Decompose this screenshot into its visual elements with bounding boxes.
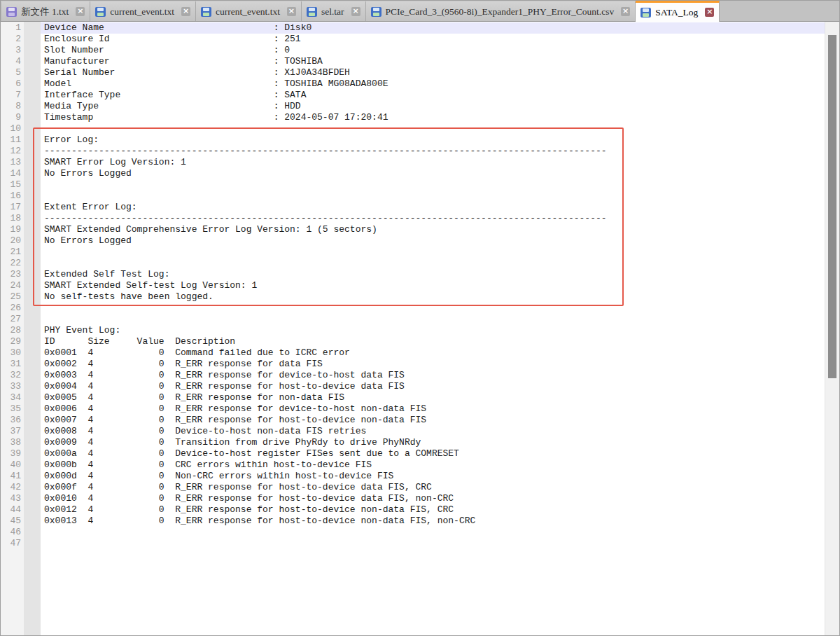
code-line: 0x0006 4 0 R_ERR response for device-to-… xyxy=(41,403,839,415)
line-number: 19 xyxy=(1,224,21,235)
code-line: No Errors Logged xyxy=(41,168,839,179)
line-number: 2 xyxy=(1,34,21,45)
close-icon[interactable]: × xyxy=(287,7,296,16)
line-number: 29 xyxy=(1,336,21,347)
scrollbar-thumb[interactable] xyxy=(828,35,836,378)
line-number: 47 xyxy=(1,538,21,549)
line-number: 35 xyxy=(1,403,21,415)
editor-pane: 1234567891011121314151617181920212223242… xyxy=(1,22,839,635)
code-line: 0x0002 4 0 R_ERR response for data FIS xyxy=(41,359,839,370)
line-number: 44 xyxy=(1,504,21,516)
code-line: Model : TOSHIBA MG08ADA800E xyxy=(41,78,839,90)
saved-file-icon xyxy=(371,7,382,17)
line-number: 13 xyxy=(1,157,21,168)
line-number: 38 xyxy=(1,437,21,448)
tab-label: PCIe_Card_3_(9560-8i)_Expander1_PHY_Erro… xyxy=(386,6,615,18)
line-number: 22 xyxy=(1,258,21,269)
bookmark-margin[interactable] xyxy=(24,22,41,635)
code-line: 0x0008 4 0 Device-to-host non-data FIS r… xyxy=(41,426,839,437)
saved-file-icon xyxy=(640,8,651,18)
code-line: 0x0005 4 0 R_ERR response for non-data F… xyxy=(41,392,839,403)
tab-label: current_event.txt xyxy=(216,6,280,18)
tab-label: sel.tar xyxy=(321,6,344,18)
saved-file-icon xyxy=(201,7,211,17)
code-line: Extended Self Test Log: xyxy=(41,269,839,280)
line-number: 5 xyxy=(1,67,21,78)
code-line: Enclosure Id : 251 xyxy=(41,34,839,45)
line-number: 12 xyxy=(1,146,21,157)
tab-bar: 新文件 1.txt × current_event.txt × current_… xyxy=(1,1,839,22)
code-line: 0x0004 4 0 R_ERR response for host-to-de… xyxy=(41,381,839,392)
code-line: 0x0001 4 0 Command failed due to ICRC er… xyxy=(41,347,839,359)
code-line: No Errors Logged xyxy=(41,235,839,247)
code-line: 0x0009 4 0 Transition from drive PhyRdy … xyxy=(41,437,839,448)
code-line: Manufacturer : TOSHIBA xyxy=(41,56,839,67)
code-line: 0x0003 4 0 R_ERR response for device-to-… xyxy=(41,370,839,381)
tab-current-event-1[interactable]: current_event.txt × xyxy=(90,1,196,21)
line-number-gutter[interactable]: 1234567891011121314151617181920212223242… xyxy=(1,22,24,635)
code-line: Interface Type : SATA xyxy=(41,90,839,101)
code-line xyxy=(41,123,839,134)
modified-file-icon xyxy=(6,7,17,17)
line-number: 15 xyxy=(1,179,21,191)
close-icon[interactable]: × xyxy=(181,7,190,16)
code-line: ID Size Value Description xyxy=(41,336,839,347)
line-number: 25 xyxy=(1,291,21,303)
close-icon[interactable]: × xyxy=(621,7,630,16)
tab-sata-log[interactable]: SATA_Log × xyxy=(636,1,720,22)
line-number: 34 xyxy=(1,392,21,403)
code-line: Extent Error Log: xyxy=(41,202,839,213)
tab-new-file-1[interactable]: 新文件 1.txt × xyxy=(1,1,90,21)
code-line: 0x000f 4 0 R_ERR response for host-to-de… xyxy=(41,482,839,493)
line-number: 21 xyxy=(1,247,21,258)
line-number: 41 xyxy=(1,471,21,482)
close-icon[interactable]: × xyxy=(351,7,360,16)
code-line: Timestamp : 2024-05-07 17:20:41 xyxy=(41,112,839,123)
line-number: 28 xyxy=(1,325,21,336)
line-number: 16 xyxy=(1,191,21,202)
code-line xyxy=(41,303,839,314)
code-line xyxy=(41,527,839,538)
code-line: SMART Error Log Version: 1 xyxy=(41,157,839,168)
vertical-scrollbar[interactable] xyxy=(825,22,839,635)
line-number: 9 xyxy=(1,112,21,123)
line-number: 39 xyxy=(1,448,21,459)
tab-label: current_event.txt xyxy=(110,6,174,18)
line-number: 6 xyxy=(1,78,21,90)
line-number: 7 xyxy=(1,90,21,101)
line-number: 31 xyxy=(1,359,21,370)
tab-label: SATA_Log xyxy=(655,7,698,18)
line-number: 26 xyxy=(1,303,21,314)
line-number: 4 xyxy=(1,56,21,67)
line-number: 40 xyxy=(1,459,21,471)
tab-label: 新文件 1.txt xyxy=(21,6,69,18)
code-line: No self-tests have been logged. xyxy=(41,291,839,303)
code-line: 0x0013 4 0 R_ERR response for host-to-de… xyxy=(41,516,839,527)
line-number: 37 xyxy=(1,426,21,437)
line-number: 45 xyxy=(1,516,21,527)
close-icon[interactable]: × xyxy=(705,8,714,17)
saved-file-icon xyxy=(95,7,106,17)
code-line: 0x000a 4 0 Device-to-host register FISes… xyxy=(41,448,839,459)
code-line: Slot Number : 0 xyxy=(41,45,839,56)
line-number: 33 xyxy=(1,381,21,392)
text-area[interactable]: Device Name : Disk0Enclosure Id : 251Slo… xyxy=(41,22,839,635)
tab-current-event-2[interactable]: current_event.txt × xyxy=(196,1,302,21)
tab-pcie-card-csv[interactable]: PCIe_Card_3_(9560-8i)_Expander1_PHY_Erro… xyxy=(366,1,636,21)
editor-window: 新文件 1.txt × current_event.txt × current_… xyxy=(0,0,840,636)
line-number: 42 xyxy=(1,482,21,493)
line-number: 30 xyxy=(1,347,21,359)
code-line: 0x000b 4 0 CRC errors within host-to-dev… xyxy=(41,459,839,471)
code-line xyxy=(41,247,839,258)
code-line: SMART Extended Comprehensive Error Log V… xyxy=(41,224,839,235)
code-line: ----------------------------------------… xyxy=(41,146,839,157)
code-line: 0x000d 4 0 Non-CRC errors within host-to… xyxy=(41,471,839,482)
tab-sel-tar[interactable]: sel.tar × xyxy=(302,1,366,21)
code-line: SMART Extended Self-test Log Version: 1 xyxy=(41,280,839,291)
line-number: 1 xyxy=(1,22,21,34)
code-line: Serial Number : X1J0A34BFDEH xyxy=(41,67,839,78)
code-line: 0x0012 4 0 R_ERR response for host-to-de… xyxy=(41,504,839,516)
close-icon[interactable]: × xyxy=(76,7,85,16)
line-number: 36 xyxy=(1,415,21,426)
code-line xyxy=(41,191,839,202)
